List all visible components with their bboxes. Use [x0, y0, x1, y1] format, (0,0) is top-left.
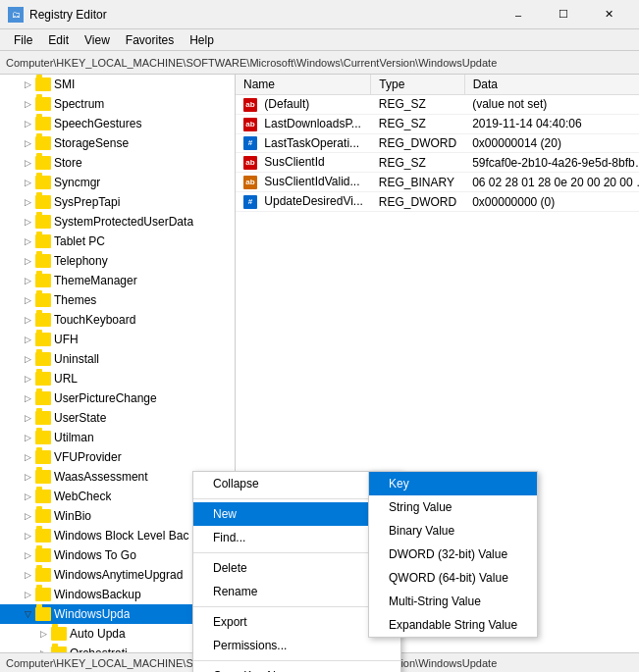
submenu-binary[interactable]: Binary Value: [369, 519, 537, 543]
submenu-dword[interactable]: DWORD (32-bit) Value: [369, 543, 537, 566]
tree-label: UFH: [54, 333, 79, 346]
cell-data: (value not set): [464, 95, 639, 115]
tree-item-SpeechGestures[interactable]: ▷ SpeechGestures: [0, 114, 235, 133]
folder-icon: [35, 431, 51, 444]
tree-label: SpeechGestures: [54, 117, 141, 130]
tree-item-UserPictureChange[interactable]: ▷ UserPictureChange: [0, 388, 235, 408]
cell-type: REG_DWORD: [371, 192, 464, 212]
folder-icon: [35, 450, 51, 464]
menu-favorites[interactable]: Favorites: [118, 31, 182, 49]
menu-help[interactable]: Help: [182, 31, 222, 49]
tree-item-StorageSense[interactable]: ▷ StorageSense: [0, 133, 235, 153]
col-name: Name: [236, 75, 371, 95]
tree-item-Utilman[interactable]: ▷ Utilman: [0, 428, 235, 447]
tree-item-UserState[interactable]: ▷ UserState: [0, 408, 235, 428]
cell-data: 59fcaf0e-2b10-4a26-9e5d-8bfb1c79222d: [464, 153, 639, 173]
submenu-qword[interactable]: QWORD (64-bit) Value: [369, 566, 537, 590]
tree-item-Uninstall[interactable]: ▷ Uninstall: [0, 349, 235, 369]
tree-item-Spectrum[interactable]: ▷ Spectrum: [0, 94, 235, 114]
folder-icon: [35, 117, 51, 130]
tree-label: WebCheck: [54, 490, 111, 503]
tree-label: ThemeManager: [54, 274, 137, 287]
folder-icon: [35, 548, 51, 562]
tree-label: Tablet PC: [54, 234, 105, 248]
folder-icon: [35, 588, 51, 601]
maximize-button[interactable]: ☐: [541, 0, 586, 29]
context-copy-key[interactable]: Copy Key Name: [193, 664, 400, 672]
table-row[interactable]: ab SusClientIdValid...REG_BINARY06 02 28…: [236, 173, 639, 192]
tree-label: UserState: [54, 411, 106, 425]
folder-icon: [35, 136, 51, 150]
submenu[interactable]: Key String Value Binary Value DWORD (32-…: [368, 471, 538, 638]
tree-label: WinBio: [54, 509, 91, 523]
reg-icon: ab: [243, 98, 257, 112]
cell-data: 0x00000014 (20): [464, 133, 639, 153]
table-row[interactable]: ab LastDownloadsP...REG_SZ2019-11-14 04:…: [236, 114, 639, 133]
submenu-multistring[interactable]: Multi-String Value: [369, 590, 537, 613]
submenu-expandable[interactable]: Expandable String Value: [369, 613, 537, 637]
tree-item-SysPrepTapi[interactable]: ▷ SysPrepTapi: [0, 192, 235, 212]
tree-label: URL: [54, 372, 78, 386]
tree-item-Syncmgr[interactable]: ▷ Syncmgr: [0, 173, 235, 192]
col-type: Type: [371, 75, 464, 95]
tree-arrow: ▷: [20, 332, 35, 347]
folder-icon: [35, 607, 51, 621]
tree-label: StorageSense: [54, 136, 129, 150]
menu-view[interactable]: View: [77, 31, 118, 49]
tree-arrow: ▷: [20, 135, 35, 151]
tree-item-UFH[interactable]: ▷ UFH: [0, 330, 235, 349]
minimize-button[interactable]: –: [496, 0, 541, 29]
tree-item-TabletPC[interactable]: ▷ Tablet PC: [0, 232, 235, 251]
folder-icon: [35, 391, 51, 405]
cell-data: 0x00000000 (0): [464, 192, 639, 212]
folder-icon: [35, 333, 51, 346]
submenu-key[interactable]: Key: [369, 472, 537, 495]
tree-arrow: ▷: [20, 214, 35, 230]
tree-arrow: ▷: [20, 351, 35, 367]
address-label: Computer\HKEY_LOCAL_MACHINE\SOFTWARE\Mic…: [6, 57, 497, 69]
close-button[interactable]: ✕: [586, 0, 631, 29]
tree-item-VFUProvider[interactable]: ▷ VFUProvider: [0, 447, 235, 467]
cell-type: REG_SZ: [371, 95, 464, 115]
menu-file[interactable]: File: [6, 31, 40, 49]
reg-icon: ab: [243, 156, 257, 170]
tree-item-SystemProtected[interactable]: ▷ SystemProtectedUserData: [0, 212, 235, 232]
table-row[interactable]: ab SusClientIdREG_SZ59fcaf0e-2b10-4a26-9…: [236, 153, 639, 173]
tree-item-Store[interactable]: ▷ Store: [0, 153, 235, 173]
menu-edit[interactable]: Edit: [40, 31, 77, 49]
tree-item-Telephony[interactable]: ▷ Telephony: [0, 251, 235, 271]
tree-label: Store: [54, 156, 82, 170]
table-row[interactable]: # UpdateDesiredVi...REG_DWORD0x00000000 …: [236, 192, 639, 212]
tree-label: Uninstall: [54, 352, 99, 366]
tree-arrow: ▷: [20, 96, 35, 112]
tree-arrow: ▷: [20, 410, 35, 426]
tree-arrow: ▷: [20, 312, 35, 328]
folder-icon: [51, 646, 67, 652]
folder-icon: [35, 352, 51, 366]
cell-data: 2019-11-14 04:40:06: [464, 114, 639, 133]
cell-name: # LastTaskOperati...: [236, 133, 371, 153]
cell-type: REG_SZ: [371, 153, 464, 173]
cell-type: REG_BINARY: [371, 173, 464, 192]
tree-item-Themes[interactable]: ▷ Themes: [0, 290, 235, 310]
tree-item-SMI[interactable]: ▷ SMI: [0, 75, 235, 94]
tree-label: WindowsBackup: [54, 588, 141, 601]
reg-icon: ab: [243, 176, 257, 189]
folder-icon: [35, 490, 51, 503]
tree-arrow: ▷: [35, 646, 51, 652]
table-row[interactable]: # LastTaskOperati...REG_DWORD0x00000014 …: [236, 133, 639, 153]
tree-item-ThemeManager[interactable]: ▷ ThemeManager: [0, 271, 235, 290]
cell-name: ab LastDownloadsP...: [236, 114, 371, 133]
tree-label: Orchestrati: [70, 646, 128, 652]
folder-icon: [35, 313, 51, 327]
submenu-string[interactable]: String Value: [369, 495, 537, 519]
folder-icon: [35, 195, 51, 209]
cell-type: REG_DWORD: [371, 133, 464, 153]
table-row[interactable]: ab (Default)REG_SZ(value not set): [236, 95, 639, 115]
tree-arrow: ▷: [20, 508, 35, 524]
tree-item-URL[interactable]: ▷ URL: [0, 369, 235, 388]
tree-item-TouchKeyboard[interactable]: ▷ TouchKeyboard: [0, 310, 235, 330]
tree-arrow: ▷: [20, 116, 35, 131]
folder-icon: [35, 97, 51, 111]
tree-arrow: ▷: [20, 155, 35, 171]
